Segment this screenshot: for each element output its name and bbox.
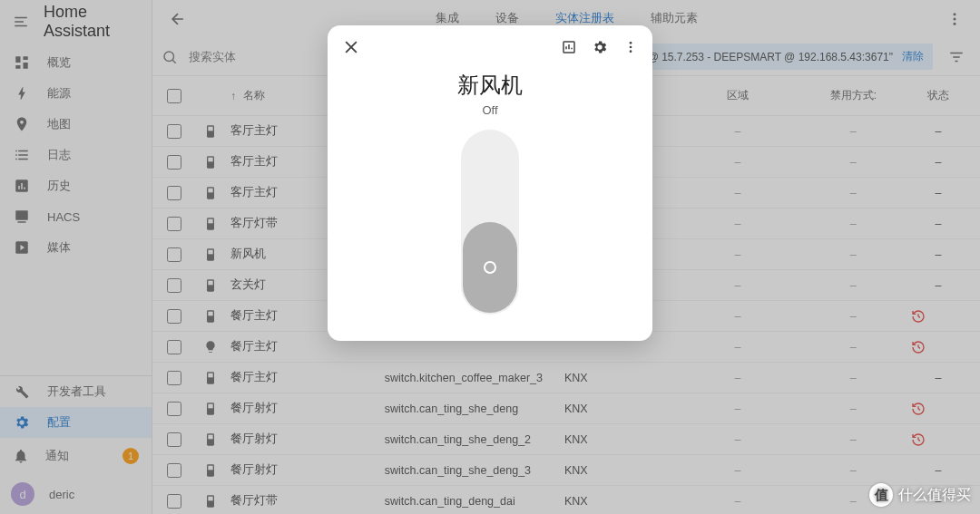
close-button[interactable] bbox=[338, 34, 364, 60]
dialog-state: Off bbox=[328, 103, 652, 117]
switch-track[interactable] bbox=[461, 130, 519, 315]
svg-point-57 bbox=[630, 42, 632, 44]
modal-overlay[interactable]: 新风机 Off bbox=[0, 0, 980, 514]
power-icon bbox=[484, 261, 496, 274]
dialog-overflow[interactable] bbox=[620, 36, 642, 58]
dialog-title: 新风机 bbox=[328, 71, 652, 100]
switch-thumb[interactable] bbox=[463, 222, 517, 313]
dialog-actions bbox=[558, 36, 642, 58]
history-button[interactable] bbox=[558, 36, 580, 58]
svg-point-59 bbox=[630, 50, 632, 53]
entity-dialog: 新风机 Off bbox=[328, 25, 652, 341]
svg-point-58 bbox=[630, 46, 632, 49]
dialog-header bbox=[328, 25, 652, 69]
settings-button[interactable] bbox=[589, 36, 611, 58]
